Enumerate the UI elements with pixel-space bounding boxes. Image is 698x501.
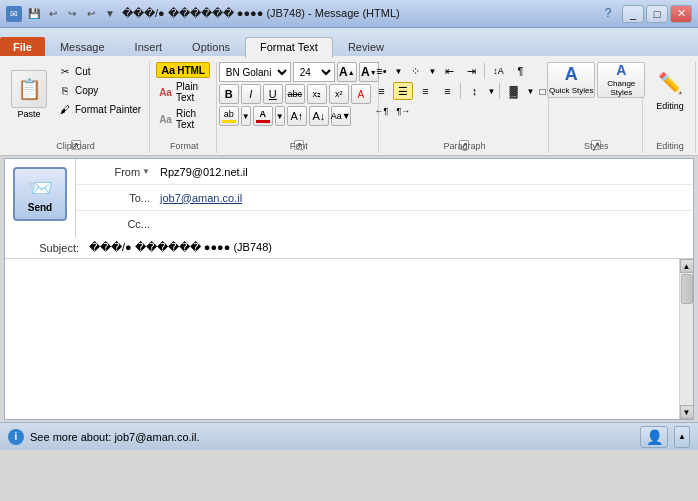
editing-button[interactable]: ✏️ Editing: [649, 62, 691, 116]
subject-value: ���/● ������ ●●●● (JB748): [85, 239, 693, 256]
tab-options[interactable]: Options: [177, 37, 245, 56]
contact-button[interactable]: 👤: [640, 426, 668, 448]
highlight-color-button[interactable]: ab: [219, 106, 239, 126]
scroll-down-button[interactable]: ▼: [680, 405, 694, 419]
tab-review[interactable]: Review: [333, 37, 399, 56]
redo-icon[interactable]: ↪: [64, 6, 80, 22]
to-label-btn[interactable]: To...: [76, 192, 156, 204]
shading-dropdown[interactable]: ▼: [525, 82, 535, 100]
font-family-select[interactable]: BN Golani: [219, 62, 291, 82]
info-icon: i: [8, 429, 24, 445]
from-value: Rpz79@012.net.il: [156, 164, 693, 180]
shading-button[interactable]: ▓: [503, 82, 523, 100]
help-icon[interactable]: ?: [600, 5, 616, 21]
font-color-button[interactable]: A: [253, 106, 273, 126]
superscript-button[interactable]: x²: [329, 84, 349, 104]
ribbon-content: 📋 Paste ✂ Cut ⎘ Copy 🖌 Format Painter: [0, 58, 698, 155]
from-label-btn[interactable]: From ▼: [76, 166, 156, 178]
format-group: Aa HTML Aa Plain Text Aa Rich Text Forma…: [152, 62, 217, 153]
rtl-button[interactable]: ←¶: [371, 102, 391, 120]
align-right-button[interactable]: ≡: [415, 82, 435, 100]
quick-access-toolbar: 💾 ↩ ↪ ↩ ▼: [26, 6, 118, 22]
undo2-icon[interactable]: ↩: [83, 6, 99, 22]
format-group-content: Aa HTML Aa Plain Text Aa Rich Text: [156, 62, 212, 153]
copy-button[interactable]: ⎘ Copy: [54, 81, 145, 99]
justify-button[interactable]: ≡: [437, 82, 457, 100]
minimize-button[interactable]: _: [622, 5, 644, 23]
email-body[interactable]: [5, 259, 679, 419]
line-spacing-dropdown[interactable]: ▼: [486, 82, 496, 100]
grow-font-button[interactable]: A▲: [337, 62, 357, 82]
font-color-dropdown[interactable]: ▼: [275, 106, 285, 126]
subject-row: Subject: ���/● ������ ●●●● (JB748): [5, 237, 693, 259]
editing-label: Editing: [656, 101, 684, 111]
tab-file[interactable]: File: [0, 37, 45, 56]
cc-value[interactable]: [156, 222, 693, 226]
underline-button[interactable]: U: [263, 84, 283, 104]
plain-text-label: Plain Text: [176, 81, 209, 103]
line-spacing-button[interactable]: ↕: [464, 82, 484, 100]
rich-text-label: Rich Text: [176, 108, 209, 130]
send-button[interactable]: 📨 Send: [13, 167, 67, 221]
clipboard-sub: ✂ Cut ⎘ Copy 🖌 Format Painter: [54, 62, 145, 126]
strikethrough-button[interactable]: abc: [285, 84, 305, 104]
increase-indent-button[interactable]: ⇥: [461, 62, 481, 80]
quick-styles-button[interactable]: A Quick Styles: [547, 62, 595, 98]
align-left-button[interactable]: ≡: [371, 82, 391, 100]
quick-styles-label: Quick Styles: [549, 87, 593, 96]
numbering-button[interactable]: ⁘: [405, 62, 425, 80]
plain-text-button[interactable]: Aa Plain Text: [156, 79, 212, 105]
from-row: From ▼ Rpz79@012.net.il: [76, 159, 693, 185]
bold-button[interactable]: B: [219, 84, 239, 104]
tab-format-text[interactable]: Format Text: [245, 37, 333, 58]
status-bar: i See more about: job7@aman.co.il. 👤 ▲: [0, 422, 698, 450]
numbering-dropdown[interactable]: ▼: [427, 62, 437, 80]
rich-text-button[interactable]: Aa Rich Text: [156, 106, 212, 132]
html-button[interactable]: Aa HTML: [156, 62, 210, 78]
undo-icon[interactable]: ↩: [45, 6, 61, 22]
tab-message[interactable]: Message: [45, 37, 120, 56]
subscript-button[interactable]: x₂: [307, 84, 327, 104]
para-sep1: [484, 63, 485, 79]
maximize-button[interactable]: □: [646, 5, 668, 23]
highlight-dropdown[interactable]: ▼: [241, 106, 251, 126]
close-button[interactable]: ✕: [670, 5, 692, 23]
paste-button[interactable]: 📋 Paste: [6, 62, 52, 126]
tab-insert[interactable]: Insert: [120, 37, 178, 56]
para-row1: ≡• ▼ ⁘ ▼ ⇤ ⇥ ↕A ¶: [371, 62, 530, 80]
bullets-dropdown[interactable]: ▼: [393, 62, 403, 80]
editing-icon: ✏️: [654, 67, 686, 99]
bullets-button[interactable]: ≡•: [371, 62, 391, 80]
italic-button[interactable]: I: [241, 84, 261, 104]
grow-font2[interactable]: A↑: [287, 106, 307, 126]
align-center-button[interactable]: ☰: [393, 82, 413, 100]
to-value[interactable]: job7@aman.co.il: [156, 190, 693, 206]
cc-label-btn[interactable]: Cc...: [76, 218, 156, 230]
sort-button[interactable]: ↕A: [488, 62, 508, 80]
change-case-btn[interactable]: Aa▼: [331, 106, 351, 126]
para-row2: ≡ ☰ ≡ ≡ ↕ ▼ ▓ ▼ □▼: [371, 82, 557, 100]
dropdown-icon[interactable]: ▼: [102, 6, 118, 22]
font-size-select[interactable]: 24: [293, 62, 335, 82]
para-sep3: [499, 83, 500, 99]
scroll-thumb[interactable]: [681, 274, 693, 304]
para-sep2: [460, 83, 461, 99]
save-icon[interactable]: 💾: [26, 6, 42, 22]
font-group: BN Golani 24 A▲ A▼ B I U abc x₂ x² A: [219, 62, 379, 153]
format-painter-icon: 🖌: [58, 102, 72, 116]
scroll-track: [680, 273, 693, 405]
show-hide-button[interactable]: ¶: [510, 62, 530, 80]
font-row1: BN Golani 24 A▲ A▼: [219, 62, 379, 82]
change-styles-button[interactable]: A Change Styles: [597, 62, 645, 98]
decrease-indent-button[interactable]: ⇤: [439, 62, 459, 80]
vertical-scrollbar[interactable]: ▲ ▼: [679, 259, 693, 419]
status-expand-button[interactable]: ▲: [674, 426, 690, 448]
ltr-button[interactable]: ¶→: [393, 102, 413, 120]
format-painter-button[interactable]: 🖌 Format Painter: [54, 100, 145, 118]
fields-area: From ▼ Rpz79@012.net.il To... job7@aman.…: [76, 159, 693, 237]
scroll-up-button[interactable]: ▲: [680, 259, 694, 273]
clear-format-button[interactable]: A: [351, 84, 371, 104]
shrink-font2[interactable]: A↓: [309, 106, 329, 126]
cut-button[interactable]: ✂ Cut: [54, 62, 145, 80]
app-icon: ✉: [6, 6, 22, 22]
